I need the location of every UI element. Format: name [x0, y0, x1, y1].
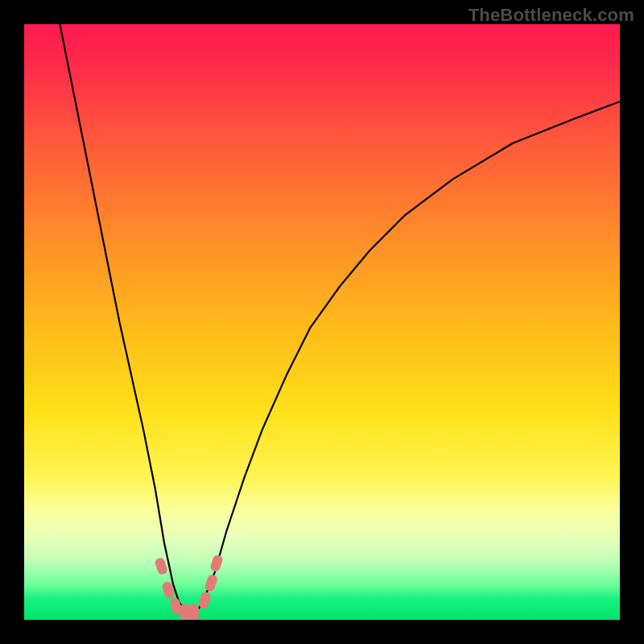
- watermark-text: TheBottleneck.com: [469, 5, 634, 26]
- svg-rect-0: [24, 24, 620, 620]
- chart-stage: TheBottleneck.com: [0, 0, 644, 644]
- plot-area: [24, 24, 620, 620]
- gradient-background: [24, 24, 620, 620]
